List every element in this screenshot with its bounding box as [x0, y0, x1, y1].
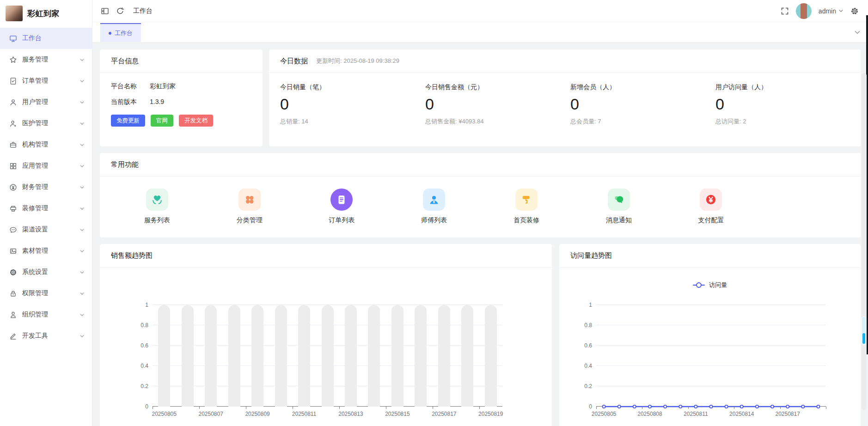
platform-button-2[interactable]: 开发文档 [179, 115, 213, 127]
sidebar-item-label: 医护管理 [22, 119, 79, 128]
quick-function-4[interactable]: 首页装修 [480, 189, 573, 225]
app-root: 彩虹到家 工作台服务管理订单管理用户管理医护管理机构管理应用管理财务管理装修管理… [0, 0, 868, 426]
sidebar-item-13[interactable]: 组织管理 [0, 304, 92, 325]
today-stats: 今日销量（笔） 0 总销量: 14今日销售金额（元） 0 总销售金额: ¥409… [269, 73, 861, 126]
scrollbar-thumb[interactable] [862, 316, 866, 345]
tab-workbench[interactable]: 工作台 [100, 23, 141, 42]
quick-function-6[interactable]: 支付配置 [665, 189, 758, 225]
user-menu[interactable]: admin [819, 7, 844, 15]
quick-function-3[interactable]: 师傅列表 [388, 189, 480, 225]
user-avatar[interactable] [796, 3, 812, 19]
refresh-icon[interactable] [116, 7, 124, 15]
top-cards-row: 平台信息 平台名称 彩虹到家 当前版本 1.3.9 免费更新官网开发文档 [100, 49, 861, 146]
quick-function-0[interactable]: 服务列表 [111, 189, 203, 225]
bar-series [153, 305, 502, 407]
sidebar-item-7[interactable]: 财务管理 [0, 176, 92, 198]
x-axis-tick [386, 407, 386, 409]
bar-20250819 [479, 305, 502, 407]
sidebar-item-14[interactable]: 开发工具 [0, 325, 92, 347]
platform-buttons: 免费更新官网开发文档 [111, 115, 251, 127]
platform-button-1[interactable]: 官网 [151, 115, 173, 127]
brand-header: 彩虹到家 [0, 0, 92, 27]
charts-row: 销售额趋势图 00.20.40.60.812025080520250807202… [100, 244, 861, 426]
sidebar-item-5[interactable]: 机构管理 [0, 134, 92, 155]
topbar: 工作台 admin [92, 0, 868, 22]
sidebar-item-1[interactable]: 服务管理 [0, 49, 92, 70]
bar-20250817 [433, 305, 456, 407]
x-axis-tick [246, 407, 246, 409]
quick-functions-card: 常用功能 服务列表 分类管理 订单列表 师傅列表 首页装修 消息通知 支付配置 [100, 153, 861, 237]
stat-label: 新增会员（人） [570, 83, 715, 91]
y-tick-label: 0 [145, 403, 148, 410]
paint-roller-icon [515, 189, 538, 211]
line-series [596, 305, 826, 407]
quick-functions-row: 服务列表 分类管理 订单列表 师傅列表 首页装修 消息通知 支付配置 [100, 176, 861, 225]
sidebar-item-4[interactable]: 医护管理 [0, 113, 92, 134]
brand-title: 彩虹到家 [27, 8, 60, 19]
message-icon [608, 189, 630, 211]
stat-value: 0 [425, 95, 570, 113]
platform-version-label: 当前版本 [111, 98, 150, 106]
gear-icon [9, 268, 17, 276]
bar-20250809 [246, 305, 269, 407]
chevron-down-icon [79, 79, 85, 84]
x-axis-tick [199, 407, 200, 409]
platform-info-card: 平台信息 平台名称 彩虹到家 当前版本 1.3.9 免费更新官网开发文档 [100, 49, 263, 146]
lock-icon [9, 290, 17, 298]
x-axis-tick [780, 407, 781, 409]
bar-20250808 [222, 305, 245, 407]
collapse-sidebar-icon[interactable] [101, 7, 109, 15]
x-axis-tick [734, 407, 734, 409]
category-clover-icon [238, 189, 261, 211]
quick-function-label: 首页装修 [513, 216, 539, 225]
sidebar-item-8[interactable]: 装修管理 [0, 198, 92, 219]
order-doc-icon [9, 77, 17, 85]
chevron-down-icon [79, 142, 85, 147]
stat-label: 用户访问量（人） [715, 83, 861, 91]
x-tick-label: 20250813 [338, 411, 363, 417]
chevron-down-icon [79, 121, 85, 126]
stat-sub: 总会员量: 7 [570, 117, 715, 126]
settings-gear-icon[interactable] [850, 7, 859, 15]
sidebar-item-11[interactable]: 系统设置 [0, 262, 92, 283]
sidebar-item-10[interactable]: 素材管理 [0, 240, 92, 262]
sidebar-item-2[interactable]: 订单管理 [0, 70, 92, 91]
today-card-header: 今日数据 更新时间: 2025-08-19 09:38:29 [269, 49, 861, 73]
bar-20250805 [153, 305, 176, 407]
order-list-icon [330, 189, 353, 211]
sidebar-item-3[interactable]: 用户管理 [0, 91, 92, 113]
sidebar-item-9[interactable]: 渠道设置 [0, 219, 92, 240]
brand-logo-avatar [6, 6, 23, 21]
today-data-card: 今日数据 更新时间: 2025-08-19 09:38:29 今日销量（笔） 0… [269, 49, 861, 146]
sidebar-item-0[interactable]: 工作台 [0, 28, 92, 49]
bar-20250806 [176, 305, 199, 407]
quick-function-label: 师傅列表 [421, 216, 447, 225]
scrollbar-track[interactable] [862, 73, 867, 410]
sidebar-item-label: 机构管理 [22, 140, 79, 149]
chart-legend[interactable]: 访问量 [559, 281, 861, 289]
sidebar-item-label: 订单管理 [22, 77, 79, 85]
stat-value: 0 [280, 95, 425, 113]
platform-card-body: 平台名称 彩虹到家 当前版本 1.3.9 免费更新官网开发文档 [100, 73, 263, 127]
stat-value: 0 [570, 95, 715, 113]
quick-function-label: 消息通知 [606, 216, 632, 225]
quick-function-1[interactable]: 分类管理 [203, 189, 296, 225]
platform-button-0[interactable]: 免费更新 [111, 115, 145, 127]
x-tick-label: 20250805 [592, 411, 616, 417]
chevron-down-icon [79, 164, 85, 169]
monitor-icon [9, 35, 17, 43]
bar-20250813 [339, 305, 362, 407]
stat-column-1: 今日销售金额（元） 0 总销售金额: ¥4093.84 [425, 83, 570, 126]
quick-function-5[interactable]: 消息通知 [573, 189, 665, 225]
x-axis-tick [339, 407, 340, 409]
quick-function-2[interactable]: 订单列表 [296, 189, 388, 225]
tab-options-chevron-icon[interactable] [854, 29, 861, 36]
org-user-icon [9, 311, 17, 319]
sidebar-item-12[interactable]: 权限管理 [0, 283, 92, 304]
chevron-down-icon [79, 57, 85, 62]
bar-20250811 [293, 305, 316, 407]
decorate-icon [9, 205, 17, 213]
sidebar-item-6[interactable]: 应用管理 [0, 155, 92, 176]
fullscreen-icon[interactable] [781, 7, 789, 15]
x-tick-label: 20250817 [775, 411, 800, 417]
